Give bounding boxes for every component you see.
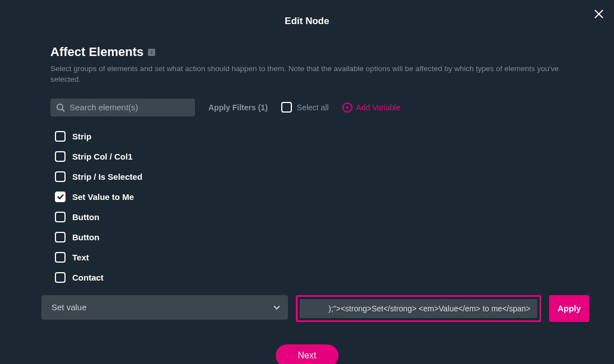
search-input[interactable] bbox=[69, 102, 189, 112]
add-variable-button[interactable]: + Add Variable bbox=[342, 102, 401, 113]
element-label: Set Value to Me bbox=[72, 192, 134, 202]
element-label: Strip / Is Selected bbox=[72, 172, 142, 181]
apply-button[interactable]: Apply bbox=[549, 295, 589, 322]
section-heading-text: Affect Elements bbox=[50, 45, 143, 59]
action-select[interactable]: Set value bbox=[41, 295, 288, 320]
chevron-down-icon bbox=[273, 305, 280, 310]
element-checkbox[interactable] bbox=[55, 131, 66, 142]
element-checkbox[interactable] bbox=[55, 171, 66, 182]
element-label: Button bbox=[72, 212, 99, 222]
value-input[interactable] bbox=[300, 299, 537, 318]
element-checkbox[interactable] bbox=[55, 151, 66, 162]
element-checkbox[interactable] bbox=[55, 192, 66, 202]
add-variable-label: Add Variable bbox=[356, 103, 401, 112]
element-list: StripStrip Col / Col1Strip / Is Selected… bbox=[55, 131, 564, 283]
element-checkbox[interactable] bbox=[55, 272, 66, 283]
element-item[interactable]: Contact bbox=[55, 272, 564, 283]
svg-point-2 bbox=[57, 104, 63, 110]
element-checkbox[interactable] bbox=[55, 252, 66, 263]
element-item[interactable]: Button bbox=[55, 232, 564, 242]
select-all-toggle[interactable]: Select all bbox=[281, 102, 329, 113]
element-item[interactable]: Text bbox=[55, 252, 564, 263]
value-input-wrap bbox=[296, 295, 541, 322]
select-all-label: Select all bbox=[297, 103, 329, 112]
search-input-wrap[interactable] bbox=[50, 99, 195, 116]
element-label: Strip bbox=[72, 132, 91, 141]
action-select-label: Set value bbox=[52, 302, 87, 312]
element-item[interactable]: Button bbox=[55, 212, 564, 222]
modal-title: Edit Node bbox=[0, 0, 614, 27]
element-checkbox[interactable] bbox=[55, 232, 66, 242]
close-button[interactable] bbox=[594, 8, 604, 21]
info-icon[interactable]: i bbox=[148, 49, 155, 56]
plus-circle-icon: + bbox=[342, 102, 352, 113]
element-item[interactable]: Strip bbox=[55, 131, 564, 142]
select-all-checkbox[interactable] bbox=[281, 102, 292, 113]
close-icon bbox=[594, 9, 604, 19]
element-label: Strip Col / Col1 bbox=[72, 152, 133, 161]
apply-filters-button[interactable]: Apply Filters (1) bbox=[208, 103, 268, 112]
svg-line-3 bbox=[62, 109, 64, 111]
next-button[interactable]: Next bbox=[276, 344, 339, 364]
element-item[interactable]: Strip Col / Col1 bbox=[55, 151, 564, 162]
search-icon bbox=[56, 103, 65, 112]
element-label: Contact bbox=[72, 273, 104, 282]
element-checkbox[interactable] bbox=[55, 212, 66, 222]
section-description: Select groups of elements and set what a… bbox=[50, 64, 564, 85]
element-item[interactable]: Strip / Is Selected bbox=[55, 171, 564, 182]
section-heading: Affect Elements i bbox=[50, 45, 155, 59]
element-label: Text bbox=[72, 253, 89, 262]
element-item[interactable]: Set Value to Me bbox=[55, 192, 564, 202]
element-label: Button bbox=[72, 232, 99, 242]
